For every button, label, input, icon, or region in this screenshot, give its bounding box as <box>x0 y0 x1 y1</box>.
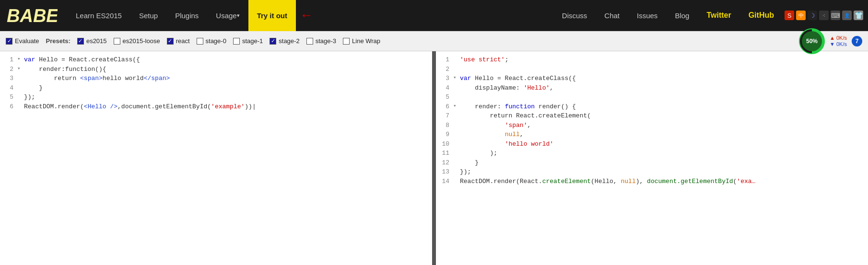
nav-item-usage[interactable]: Usage <box>207 0 248 31</box>
preset-stage-0[interactable]: stage-0 <box>197 37 226 45</box>
preset-stage1-checkbox[interactable] <box>233 38 240 45</box>
preset-es2015-loose[interactable]: es2015-loose <box>114 37 160 45</box>
nav-item-setup[interactable]: Setup <box>130 0 166 31</box>
preset-stage-3[interactable]: stage-3 <box>306 37 336 45</box>
evaluate-toggle[interactable]: ✓ Evaluate <box>6 37 39 45</box>
left-code-panel[interactable]: 1 ▾ var Hello = React.createClass({ 2 ▾ … <box>0 51 433 265</box>
table-row: 13 }); <box>436 167 868 177</box>
preset-stage1-label: stage-1 <box>242 37 263 45</box>
nav-item-blog[interactable]: Blog <box>666 0 698 31</box>
rate-up: ▲ 0K/s <box>830 35 847 41</box>
table-row: 4 } <box>0 83 432 93</box>
arrow-icon: ← <box>300 8 313 23</box>
nav-item-plugins[interactable]: Plugins <box>166 0 207 31</box>
badge-count: 7 <box>852 36 862 46</box>
evaluate-checkbox[interactable]: ✓ <box>6 38 12 45</box>
nav-links: Learn ES2015 Setup Plugins Usage Try it … <box>67 0 863 31</box>
preset-es2015-loose-label: es2015-loose <box>123 37 160 45</box>
progress-circle: 50% <box>799 28 825 54</box>
nav-item-issues[interactable]: Issues <box>628 0 666 31</box>
nav-item-twitter[interactable]: Twitter <box>698 0 739 31</box>
table-row: 14 ReactDOM.render(React.createElement(H… <box>436 177 868 186</box>
table-row: 10 'hello world' <box>436 139 868 149</box>
preset-stage-1[interactable]: stage-1 <box>233 37 263 45</box>
rate-info: ▲ 0K/s ▼ 0K/s <box>830 35 847 47</box>
table-row: 7 return React.createElement( <box>436 111 868 121</box>
preset-linewrap-checkbox[interactable] <box>343 38 350 45</box>
preset-react-checkbox[interactable]: ✓ <box>167 38 174 45</box>
table-row: 5 <box>436 92 868 102</box>
preset-react-label: react <box>176 37 190 45</box>
table-row: 8 'span', <box>436 121 868 130</box>
preset-stage3-label: stage-3 <box>316 37 336 45</box>
preset-stage0-label: stage-0 <box>206 37 226 45</box>
progress-percent: 50% <box>806 38 818 45</box>
ext-icon-3: ☽ <box>808 11 817 20</box>
presets-label: Presets: <box>46 37 70 45</box>
toolbar: ✓ Evaluate Presets: ✓ es2015 es2015-loos… <box>0 31 868 51</box>
rate-down: ▼ 0K/s <box>830 41 847 47</box>
preset-stage0-checkbox[interactable] <box>197 38 203 45</box>
table-row: 3 return <span>hello world</span> <box>0 74 432 83</box>
ext-icon-5: ⌨ <box>831 11 840 20</box>
progress-inner: 50% <box>802 31 822 51</box>
nav-item-learn[interactable]: Learn ES2015 <box>67 0 130 31</box>
nav-item-github[interactable]: GitHub <box>740 0 783 31</box>
preset-linewrap-label: Line Wrap <box>352 37 380 45</box>
nav-item-chat[interactable]: Chat <box>596 0 628 31</box>
evaluate-label: Evaluate <box>15 37 39 45</box>
table-row: 4 displayName: 'Hello', <box>436 83 868 93</box>
navbar: BABEL Learn ES2015 Setup Plugins Usage T… <box>0 0 868 31</box>
preset-linewrap[interactable]: Line Wrap <box>343 37 380 45</box>
table-row: 5 }); <box>0 92 432 102</box>
table-row: 9 null, <box>436 130 868 139</box>
preset-es2015-label: es2015 <box>86 37 107 45</box>
table-row: 6 ▾ render: function render() { <box>436 102 868 112</box>
ext-icon-1: S <box>785 11 794 20</box>
ext-icon-4: ⁖ <box>819 11 829 20</box>
extension-icons: S 中 ☽ ⁖ ⌨ 👤 👕 <box>785 11 863 20</box>
table-row: 3 ▾ var Hello = React.createClass({ <box>436 74 868 83</box>
logo[interactable]: BABEL <box>5 3 58 28</box>
nav-item-tryitout[interactable]: Try it out <box>248 0 296 31</box>
preset-stage2-label: stage-2 <box>279 37 299 45</box>
table-row: 12 } <box>436 158 868 168</box>
code-area: 1 ▾ var Hello = React.createClass({ 2 ▾ … <box>0 51 868 265</box>
svg-text:BABEL: BABEL <box>7 6 58 26</box>
ext-icon-7: 👕 <box>854 11 863 20</box>
table-row: 6 ReactDOM.render(<Hello />,document.get… <box>0 102 432 112</box>
preset-es2015[interactable]: ✓ es2015 <box>77 37 107 45</box>
preset-stage-2[interactable]: ✓ stage-2 <box>270 37 299 45</box>
right-code-panel[interactable]: 1 'use strict'; 2 3 ▾ var Hello = React.… <box>436 51 868 265</box>
nav-item-discuss[interactable]: Discuss <box>553 0 596 31</box>
table-row: 1 ▾ var Hello = React.createClass({ <box>0 55 432 65</box>
preset-stage2-checkbox[interactable]: ✓ <box>270 38 276 45</box>
table-row: 2 ▾ render:function(){ <box>0 65 432 74</box>
preset-es2015-loose-checkbox[interactable] <box>114 38 120 45</box>
preset-react[interactable]: ✓ react <box>167 37 190 45</box>
preset-stage3-checkbox[interactable] <box>306 38 313 45</box>
ext-icon-2: 中 <box>796 11 806 20</box>
table-row: 1 'use strict'; <box>436 55 868 65</box>
preset-es2015-checkbox[interactable]: ✓ <box>77 38 84 45</box>
table-row: 2 <box>436 65 868 74</box>
ext-icon-6: 👤 <box>842 11 852 20</box>
table-row: 11 ); <box>436 149 868 158</box>
